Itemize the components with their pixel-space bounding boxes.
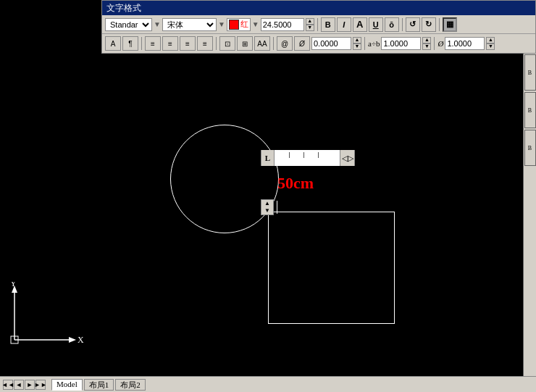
tab-model[interactable]: Model xyxy=(51,379,83,391)
spin-up[interactable]: ▲ xyxy=(306,18,314,25)
tab-nav: ◄◄ ◄ ► ►► xyxy=(3,380,46,390)
size-button[interactable]: A xyxy=(353,17,367,32)
toolbar-title: 文字格式 xyxy=(102,1,535,15)
y-axis-label: Y xyxy=(10,282,17,288)
tab-nav-first[interactable]: ◄◄ xyxy=(3,380,13,390)
spin-down[interactable]: ▼ xyxy=(306,25,314,31)
drawing-area: L ◁▷ ▲ ▼ 50cm X Y xyxy=(0,52,523,376)
height-down-arrow[interactable]: ▼ xyxy=(264,207,270,214)
bold-button[interactable]: B xyxy=(321,17,335,32)
font-size-input[interactable] xyxy=(261,18,304,31)
oblique-spinner[interactable]: ▲ ▼ xyxy=(486,37,495,50)
width-label: a÷b xyxy=(368,39,380,48)
height-widget[interactable]: ▲ ▼ xyxy=(261,199,274,215)
oblique-spin-up[interactable]: ▲ xyxy=(486,37,495,43)
undo-button[interactable]: ↺ xyxy=(406,17,420,32)
ruler-tick-3 xyxy=(318,152,319,158)
tab-area: Model 布局1 布局2 xyxy=(51,379,533,391)
diameter-btn[interactable]: Ø xyxy=(294,36,310,51)
underline-button[interactable]: U xyxy=(369,17,383,32)
font-size-spinner[interactable]: ▲ ▼ xyxy=(306,18,314,31)
angle-spin-down[interactable]: ▼ xyxy=(353,43,361,50)
sep8 xyxy=(434,37,435,50)
oblique-spin-down[interactable]: ▼ xyxy=(486,43,495,50)
text-50cm[interactable]: 50cm xyxy=(277,174,314,193)
angle-input[interactable] xyxy=(311,37,351,50)
axis-area: X Y xyxy=(0,282,87,354)
right-tool-btn-1[interactable]: B xyxy=(524,54,536,91)
sep6 xyxy=(273,37,274,50)
ruler-toggle-button[interactable]: ▦ xyxy=(443,17,457,32)
separator3 xyxy=(439,18,440,31)
ruler-expand-button[interactable]: ◁▷ xyxy=(340,150,354,166)
redo-button[interactable]: ↻ xyxy=(422,17,436,32)
tab-nav-prev[interactable]: ◄ xyxy=(14,380,24,390)
sep4 xyxy=(141,37,142,50)
text-ruler-widget[interactable]: L ◁▷ xyxy=(261,150,355,166)
width-input[interactable] xyxy=(381,37,421,50)
align-center-btn[interactable]: ≡ xyxy=(162,36,178,51)
text-style-btn[interactable]: A xyxy=(105,36,121,51)
sep5 xyxy=(216,37,217,50)
color-swatch xyxy=(229,20,239,30)
angle-spinner[interactable]: ▲ ▼ xyxy=(353,37,361,50)
x-axis-label: X xyxy=(78,335,84,345)
tab-layout2[interactable]: 布局2 xyxy=(115,379,146,391)
toolbar-row2: A ¶ ≡ ≡ ≡ ≡ ⊡ ⊞ AA @ Ø ▲ ▼ a÷b ▲ ▼ Ø ▲ ▼ xyxy=(102,34,535,53)
style-select[interactable]: Standard xyxy=(105,18,152,31)
status-bar: ◄◄ ◄ ► ►► Model 布局1 布局2 xyxy=(0,376,536,392)
oblique-input[interactable] xyxy=(445,37,485,50)
ruler-tick-1 xyxy=(289,152,290,158)
width-spinner[interactable]: ▲ ▼ xyxy=(422,37,431,50)
tab-nav-last[interactable]: ►► xyxy=(35,380,46,390)
sep7 xyxy=(364,37,365,50)
insert-block-btn[interactable]: ⊞ xyxy=(237,36,253,51)
ruler-l-button[interactable]: L xyxy=(261,150,275,166)
right-tool-btn-2[interactable]: B xyxy=(524,92,536,128)
separator2 xyxy=(402,18,403,31)
tab-nav-next[interactable]: ► xyxy=(25,380,35,390)
align-justify-btn[interactable]: ≡ xyxy=(197,36,213,51)
oblique-label: Ø xyxy=(437,39,443,48)
toolbar-area: 文字格式 Standard ▼ 宋体 ▼ 红 ▼ ▲ ▼ B I A U ō ↺… xyxy=(101,0,536,54)
caps-btn[interactable]: AA xyxy=(254,36,270,51)
tab-layout1[interactable]: 布局1 xyxy=(84,379,114,391)
toolbar-row1: Standard ▼ 宋体 ▼ 红 ▼ ▲ ▼ B I A U ō ↺ ↻ ▦ xyxy=(102,15,535,34)
paragraph-btn[interactable]: ¶ xyxy=(122,36,138,51)
circle-shape xyxy=(170,125,279,233)
rect-shape xyxy=(268,212,395,324)
height-up-arrow[interactable]: ▲ xyxy=(264,200,270,207)
toolbar-title-text: 文字格式 xyxy=(106,2,141,14)
insert-field-btn[interactable]: ⊡ xyxy=(219,36,235,51)
font-select[interactable]: 宋体 xyxy=(162,18,217,31)
align-left-btn[interactable]: ≡ xyxy=(145,36,161,51)
color-label: 红 xyxy=(240,19,248,30)
ruler-tick-2 xyxy=(303,152,304,158)
angle-spin-up[interactable]: ▲ xyxy=(353,37,361,43)
ruler-track xyxy=(275,150,340,166)
right-sidebar: B B B xyxy=(523,0,536,392)
right-tool-btn-3[interactable]: B xyxy=(524,130,536,166)
width-spin-up[interactable]: ▲ xyxy=(422,37,431,43)
strikethrough-button[interactable]: ō xyxy=(385,17,399,32)
align-right-btn[interactable]: ≡ xyxy=(180,36,196,51)
width-spin-down[interactable]: ▼ xyxy=(422,43,431,50)
at-symbol-btn[interactable]: @ xyxy=(277,36,293,51)
separator xyxy=(317,18,318,31)
italic-button[interactable]: I xyxy=(337,17,351,32)
connect-line xyxy=(277,201,277,214)
svg-marker-3 xyxy=(69,337,76,343)
